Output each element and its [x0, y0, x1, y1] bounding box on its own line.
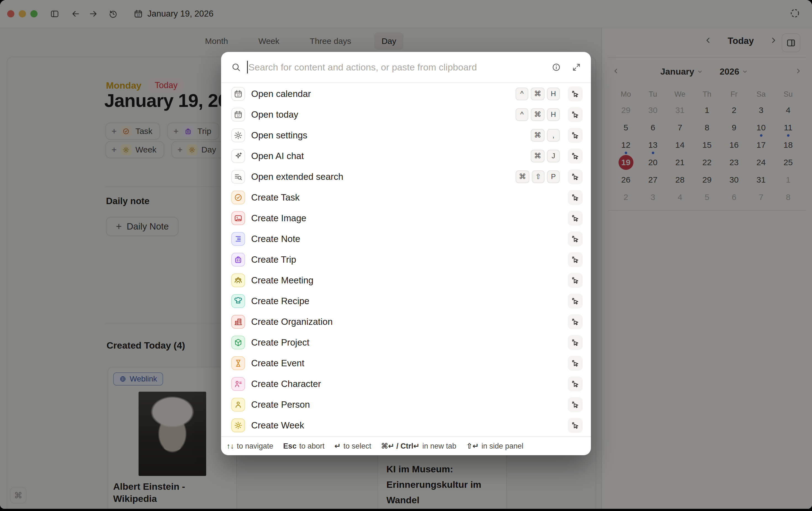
- gear-icon: [234, 131, 242, 140]
- pointer-click-icon: [571, 297, 580, 305]
- project-icon: [231, 335, 245, 349]
- keycap: ⌘: [531, 87, 545, 100]
- open-in-side-panel-icon[interactable]: [568, 376, 583, 392]
- open-in-side-panel-icon[interactable]: [568, 232, 583, 246]
- open-in-side-panel-icon[interactable]: [568, 335, 583, 350]
- calendar-icon: 12: [234, 110, 242, 119]
- pointer-click-icon: [571, 255, 580, 264]
- command-item-open-extended-search[interactable]: Open extended search⌘⇧P: [221, 166, 591, 187]
- organization-icon: [231, 315, 245, 329]
- pointer-click-icon: [571, 359, 580, 368]
- trip-icon: [234, 255, 242, 264]
- sun-icon: [234, 421, 242, 430]
- keycap: H: [547, 87, 560, 100]
- event-icon: [234, 359, 242, 368]
- pointer-click-icon: [571, 400, 580, 409]
- command-item-create-person[interactable]: Create Person: [221, 394, 591, 415]
- sparkles-icon: [231, 149, 245, 163]
- sun-icon: [231, 419, 245, 432]
- command-item-create-note[interactable]: Create Note: [221, 228, 591, 249]
- task-icon: [231, 191, 245, 205]
- meeting-icon: [234, 276, 242, 285]
- command-item-open-ai-chat[interactable]: Open AI chat⌘J: [221, 145, 591, 166]
- command-item-create-organization[interactable]: Create Organization: [221, 311, 591, 332]
- note-icon: [231, 232, 245, 246]
- open-in-side-panel-icon[interactable]: [568, 356, 583, 371]
- command-item-create-event[interactable]: Create Event: [221, 353, 591, 373]
- open-in-side-panel-icon[interactable]: [568, 169, 583, 184]
- keycap: J: [547, 150, 560, 162]
- open-in-side-panel-icon[interactable]: [568, 86, 583, 101]
- pointer-click-icon: [571, 89, 580, 98]
- keycap: ,: [547, 129, 560, 142]
- open-in-side-panel-icon[interactable]: [568, 128, 583, 143]
- command-item-create-trip[interactable]: Create Trip: [221, 249, 591, 270]
- pointer-click-icon: [571, 317, 580, 326]
- gear-icon: [231, 129, 245, 142]
- extsearch-icon: [231, 170, 245, 184]
- search-input[interactable]: [249, 62, 541, 73]
- pointer-click-icon: [571, 276, 580, 285]
- open-in-side-panel-icon[interactable]: [568, 107, 583, 122]
- command-item-create-recipe[interactable]: Create Recipe: [221, 291, 591, 311]
- open-in-side-panel-icon[interactable]: [568, 397, 583, 412]
- pointer-click-icon: [571, 131, 580, 140]
- keycap: ⌘: [531, 150, 545, 162]
- command-item-create-week[interactable]: Create Week: [221, 415, 591, 436]
- command-item-open-settings[interactable]: Open settings⌘,: [221, 125, 591, 145]
- project-icon: [234, 338, 242, 347]
- open-in-side-panel-icon[interactable]: [568, 211, 583, 226]
- meeting-icon: [231, 273, 245, 287]
- extsearch-icon: [234, 172, 242, 181]
- open-in-side-panel-icon[interactable]: [568, 149, 583, 163]
- keycap: H: [547, 108, 560, 121]
- pointer-click-icon: [571, 379, 580, 388]
- command-palette: 12Open calendar^⌘H12Open today^⌘HOpen se…: [221, 52, 591, 455]
- modal-footer: ↑↓to navigateEscto abort↵to select⌘↵ / C…: [221, 436, 591, 455]
- character-icon: [231, 377, 245, 391]
- footer-hint: ↵to select: [335, 442, 371, 451]
- calendar-icon: 12: [234, 89, 242, 98]
- open-in-side-panel-icon[interactable]: [568, 252, 583, 267]
- keycap: ⌘: [531, 129, 545, 142]
- pointer-click-icon: [571, 152, 580, 160]
- pointer-click-icon: [571, 193, 580, 202]
- open-in-side-panel-icon[interactable]: [568, 190, 583, 205]
- pointer-click-icon: [571, 338, 580, 347]
- keycap: ⌘: [531, 108, 545, 121]
- keycap: ^: [516, 108, 528, 121]
- svg-text:12: 12: [236, 114, 240, 117]
- footer-hint: ⌘↵ / Ctrl↵in new tab: [381, 442, 456, 451]
- open-in-side-panel-icon[interactable]: [568, 314, 583, 329]
- footer-hint: ⇧↵in side panel: [466, 442, 523, 451]
- expand-icon[interactable]: [572, 63, 581, 72]
- keycap: ⇧: [532, 170, 545, 183]
- open-in-side-panel-icon[interactable]: [568, 273, 583, 288]
- event-icon: [231, 356, 245, 370]
- command-item-create-task[interactable]: Create Task: [221, 187, 591, 208]
- pointer-click-icon: [571, 235, 580, 243]
- command-item-create-image[interactable]: Create Image: [221, 208, 591, 228]
- person-icon: [234, 400, 242, 409]
- app-window: 12 January 19, 2026 MonthWeekThree daysD…: [0, 0, 812, 509]
- calendar-icon: 12: [231, 87, 245, 101]
- pointer-click-icon: [571, 172, 580, 181]
- open-in-side-panel-icon[interactable]: [568, 294, 583, 308]
- command-item-open-today[interactable]: 12Open today^⌘H: [221, 104, 591, 125]
- pointer-click-icon: [571, 110, 580, 119]
- footer-hint: ↑↓to navigate: [227, 442, 273, 451]
- text-caret: [247, 61, 248, 74]
- command-item-create-character[interactable]: Create Character: [221, 373, 591, 394]
- command-item-open-calendar[interactable]: 12Open calendar^⌘H: [221, 83, 591, 104]
- info-icon[interactable]: [552, 63, 561, 72]
- command-item-create-project[interactable]: Create Project: [221, 332, 591, 353]
- command-item-create-meeting[interactable]: Create Meeting: [221, 270, 591, 291]
- pointer-click-icon: [571, 214, 580, 223]
- open-in-side-panel-icon[interactable]: [568, 418, 583, 433]
- image-icon: [234, 214, 242, 223]
- keycap: P: [547, 170, 560, 183]
- svg-text:12: 12: [236, 93, 240, 97]
- note-icon: [234, 235, 242, 243]
- sparkles-icon: [234, 152, 242, 160]
- image-icon: [231, 211, 245, 225]
